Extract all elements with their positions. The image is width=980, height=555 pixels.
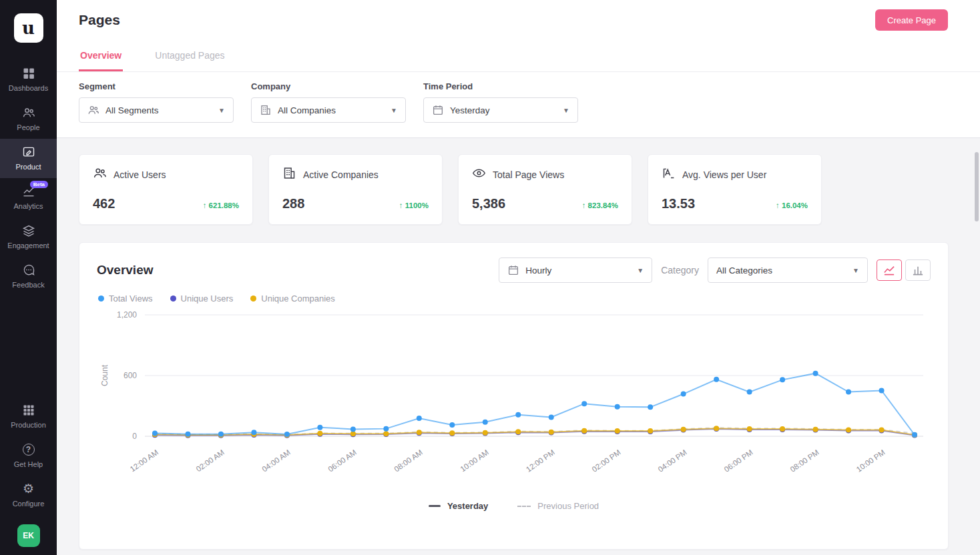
legend-unique-users[interactable]: Unique Users	[170, 294, 234, 304]
beta-badge: Beta	[30, 181, 48, 188]
svg-text:600: 600	[124, 371, 137, 380]
sidebar-item-dashboards[interactable]: Dashboards	[0, 60, 57, 99]
calendar-icon	[432, 104, 444, 116]
stat-card-total-page-views: Total Page Views 5,386 ↑ 823.84%	[458, 154, 632, 225]
sidebar-item-label: Get Help	[14, 460, 43, 468]
help-icon: ?	[22, 443, 35, 456]
stat-title: Active Users	[113, 169, 166, 180]
stat-value: 13.53	[662, 196, 695, 211]
create-page-button[interactable]: Create Page	[875, 9, 948, 31]
main-area: Pages Create Page Overview Untagged Page…	[57, 0, 980, 555]
svg-text:02:00 AM: 02:00 AM	[194, 448, 226, 474]
time-period-filter: Time Period Yesterday ▼	[423, 81, 578, 123]
stat-change: ↑ 1100%	[399, 201, 429, 209]
chart-type-toggle	[877, 259, 931, 281]
category-select[interactable]: All Categories ▼	[708, 257, 868, 283]
app-logo[interactable]: u	[14, 13, 43, 43]
svg-text:06:00 AM: 06:00 AM	[326, 448, 358, 474]
svg-text:1,200: 1,200	[117, 310, 137, 320]
tab-untagged-pages[interactable]: Untagged Pages	[154, 40, 226, 71]
building-icon	[260, 104, 272, 116]
sidebar-item-people[interactable]: People	[0, 99, 57, 139]
sidebar-nav: Dashboards People Product Beta Analytics	[0, 60, 57, 296]
stat-card-active-companies: Active Companies 288 ↑ 1100%	[268, 154, 443, 225]
company-filter: Company All Companies ▼	[251, 81, 406, 123]
stat-value: 462	[93, 196, 115, 211]
sidebar-item-label: Product	[16, 163, 41, 171]
line-chart-toggle[interactable]	[877, 259, 902, 281]
svg-text:06:00 PM: 06:00 PM	[723, 448, 754, 474]
sidebar-item-analytics[interactable]: Beta Analytics	[0, 178, 57, 217]
svg-text:08:00 AM: 08:00 AM	[393, 448, 424, 474]
category-value: All Categories	[716, 265, 772, 275]
overview-line-chart: 06001,200Count12:00 AM02:00 AM04:00 AM06…	[97, 305, 932, 500]
dashed-line-swatch	[517, 506, 531, 507]
up-arrow-icon: ↑	[582, 201, 586, 209]
sidebar-item-label: Configure	[13, 500, 45, 508]
logo-letter: u	[22, 18, 35, 38]
stat-value: 5,386	[472, 196, 505, 211]
sidebar-item-label: Feedback	[12, 281, 44, 289]
people-icon	[87, 104, 99, 116]
users-icon	[93, 166, 107, 183]
overview-title: Overview	[97, 263, 154, 278]
sidebar-bottom-nav: Production ? Get Help ⚙ Configure	[0, 397, 57, 515]
sidebar-item-get-help[interactable]: ? Get Help	[0, 436, 57, 476]
chevron-down-icon: ▼	[563, 107, 569, 114]
sidebar-item-label: Engagement	[7, 241, 49, 249]
sidebar-item-engagement[interactable]: Engagement	[0, 217, 57, 257]
stat-title: Active Companies	[303, 169, 379, 180]
chart-legend: Total Views Unique Users Unique Companie…	[98, 294, 931, 304]
vertical-scrollbar[interactable]	[975, 152, 979, 221]
apps-icon	[22, 404, 35, 417]
stat-value: 288	[282, 196, 304, 211]
sidebar-item-production[interactable]: Production	[0, 397, 57, 436]
svg-text:04:00 AM: 04:00 AM	[260, 448, 292, 474]
sidebar-item-feedback[interactable]: Feedback	[0, 257, 57, 296]
svg-text:Count: Count	[100, 364, 109, 386]
sidebar-item-label: Dashboards	[9, 84, 48, 92]
tab-overview[interactable]: Overview	[79, 40, 123, 71]
up-arrow-icon: ↑	[776, 201, 780, 209]
chevron-down-icon: ▼	[852, 267, 859, 274]
calendar-icon	[507, 264, 519, 276]
time-period-select[interactable]: Yesterday ▼	[423, 97, 578, 123]
filter-bar: Segment All Segments ▼ Company All Compa…	[57, 72, 980, 138]
svg-text:10:00 PM: 10:00 PM	[854, 448, 886, 474]
stat-change: ↑ 823.84%	[582, 201, 618, 209]
svg-text:12:00 AM: 12:00 AM	[128, 448, 160, 474]
stat-card-active-users: Active Users 462 ↑ 621.88%	[79, 154, 253, 225]
chevron-down-icon: ▼	[391, 107, 397, 114]
content-area: Active Users 462 ↑ 621.88% Active Compan…	[57, 138, 980, 555]
stats-row: Active Users 462 ↑ 621.88% Active Compan…	[79, 154, 949, 225]
sidebar-item-product[interactable]: Product	[0, 139, 57, 178]
product-icon	[22, 145, 35, 159]
granularity-select[interactable]: Hourly ▼	[499, 257, 652, 283]
legend-unique-companies[interactable]: Unique Companies	[250, 294, 335, 304]
building-icon	[282, 166, 296, 183]
company-label: Company	[251, 81, 406, 91]
company-value: All Companies	[278, 105, 336, 115]
people-icon	[22, 106, 35, 119]
stat-title: Avg. Views per User	[682, 169, 766, 180]
time-period-value: Yesterday	[450, 105, 490, 115]
engagement-icon	[22, 224, 35, 237]
segment-value: All Segments	[105, 105, 159, 115]
dashboards-icon	[22, 67, 35, 80]
segment-select[interactable]: All Segments ▼	[79, 97, 234, 123]
legend-total-views[interactable]: Total Views	[98, 294, 153, 304]
legend-yesterday[interactable]: Yesterday	[429, 501, 488, 511]
bar-chart-toggle[interactable]	[905, 259, 931, 281]
sidebar-item-label: People	[17, 123, 39, 131]
legend-previous-period[interactable]: Previous Period	[517, 501, 599, 511]
sidebar-item-configure[interactable]: ⚙ Configure	[0, 476, 57, 515]
svg-text:04:00 PM: 04:00 PM	[657, 448, 688, 474]
granularity-value: Hourly	[525, 265, 551, 275]
svg-text:10:00 AM: 10:00 AM	[459, 448, 490, 474]
page-header: Pages Create Page	[57, 0, 980, 40]
stat-change: ↑ 16.04%	[776, 201, 808, 209]
stat-change: ↑ 621.88%	[203, 201, 239, 209]
company-select[interactable]: All Companies ▼	[251, 97, 406, 123]
user-avatar[interactable]: EK	[17, 524, 40, 547]
svg-text:08:00 PM: 08:00 PM	[788, 448, 820, 474]
